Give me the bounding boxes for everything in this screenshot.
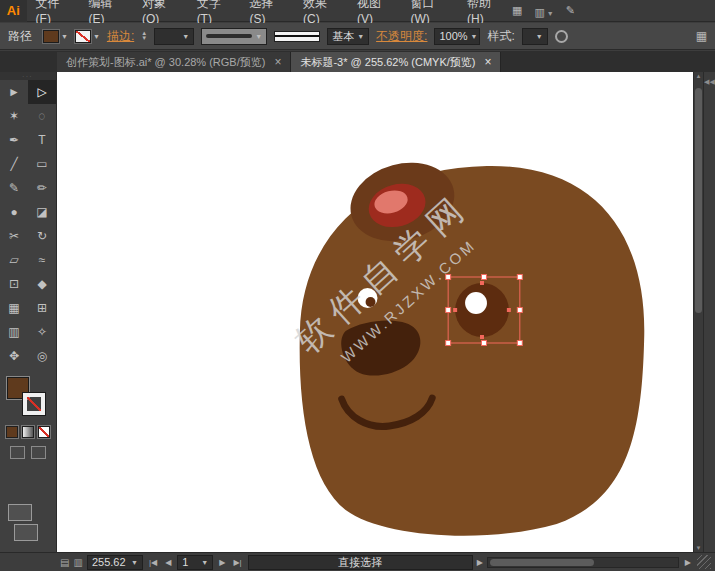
vertical-scrollbar[interactable]: ▲ ▼ (693, 72, 703, 552)
artboard[interactable] (57, 72, 693, 552)
mesh-tool[interactable]: ⊞ (28, 296, 56, 320)
stroke-panel-link[interactable]: 描边: (107, 28, 134, 45)
stroke-color-dropdown[interactable]: ▼ (75, 30, 100, 43)
selection-handle[interactable] (517, 275, 522, 280)
align-panel-icon[interactable]: ▦ (696, 29, 707, 43)
close-icon[interactable]: × (274, 55, 281, 69)
document-tab-2[interactable]: 未标题-3* @ 255.62% (CMYK/预览) × (291, 52, 501, 72)
scale-tool[interactable]: ▱ (0, 248, 28, 272)
opacity-panel-link[interactable]: 不透明度: (376, 28, 427, 45)
zoom-level-select[interactable]: 255.62 ▼ (87, 555, 143, 570)
stroke-color-swatch[interactable] (23, 393, 45, 415)
pen-tool[interactable]: ✒ (0, 128, 28, 152)
menu-item-edit[interactable]: 编辑(E) (79, 0, 132, 22)
close-icon[interactable]: × (484, 55, 491, 69)
tools-panel-grip[interactable]: ∙∙∙ (0, 72, 56, 80)
stroke-weight-stepper[interactable]: ▲ ▼ (141, 31, 147, 41)
pencil-tool[interactable]: ✏ (28, 176, 56, 200)
brush-definition-select[interactable]: 基本 ▼ (327, 28, 369, 45)
status-doc-icon[interactable]: ▥ (73, 557, 82, 568)
horizontal-scroll-thumb[interactable] (490, 559, 595, 566)
workspace-switcher[interactable]: ▥▼ (534, 2, 553, 20)
artboard-number-select[interactable]: 1 ▼ (177, 555, 213, 570)
selection-tool[interactable]: ► (0, 80, 28, 104)
status-bar: ▤ ▥ 255.62 ▼ |◀ ◀ 1 ▼ ▶ ▶| 直接选择 ▶ ▶ (0, 552, 715, 571)
menu-item-window[interactable]: 窗口(W) (402, 0, 458, 22)
eyedropper-tool[interactable]: ✧ (28, 320, 56, 344)
workspace-icon: ▥ (534, 6, 544, 18)
menu-item-object[interactable]: 对象(O) (133, 0, 188, 22)
status-menu-icon[interactable]: ▶ (477, 558, 483, 567)
expand-dock-icon[interactable]: ◀◀ (704, 78, 715, 86)
menu-item-help[interactable]: 帮助(H) (458, 0, 512, 22)
menu-item-file[interactable]: 文件(F) (27, 0, 80, 22)
status-grid-icon[interactable]: ▤ (60, 557, 69, 568)
screen-mode-button[interactable] (31, 446, 46, 459)
scroll-right-icon[interactable]: ▶ (683, 558, 693, 567)
next-artboard-button[interactable]: ▶ (217, 558, 227, 567)
selection-handle[interactable] (446, 275, 451, 280)
page-rect-icon[interactable] (14, 524, 38, 541)
selection-handle[interactable] (481, 275, 486, 280)
drawing-mode-button[interactable] (10, 446, 25, 459)
document-tab-1[interactable]: 创作策划-图标.ai* @ 30.28% (RGB/预览) × (57, 52, 291, 72)
selection-handle[interactable] (481, 341, 486, 346)
tools-grid: ► ▷ ✶ ◌ ✒ T ╱ ▭ ✎ ✏ ● ◪ ✂ ↻ ▱ ≈ ⊡ ◆ ▦ ⊞ … (0, 80, 56, 368)
style-select[interactable]: ▼ (522, 28, 548, 45)
menu-item-effect[interactable]: 效果(C) (294, 0, 348, 22)
app-grid-icon[interactable]: ▦ (512, 4, 522, 17)
menu-item-select[interactable]: 选择(S) (241, 0, 294, 22)
anchor-point[interactable] (453, 308, 457, 312)
vertical-scroll-thumb[interactable] (695, 88, 702, 313)
horizontal-scrollbar[interactable] (487, 557, 679, 568)
menu-item-type[interactable]: 文字(T) (188, 0, 241, 22)
cs-live-swoosh-icon[interactable]: ✎ (566, 4, 575, 17)
gradient-tool[interactable]: ▥ (0, 320, 28, 344)
color-button[interactable] (6, 426, 18, 438)
status-display: 直接选择 (248, 555, 473, 570)
perspective-grid-tool[interactable]: ▦ (0, 296, 28, 320)
selection-handle[interactable] (446, 341, 451, 346)
selection-handle[interactable] (446, 308, 451, 313)
gradient-button[interactable] (22, 426, 34, 438)
selection-handle[interactable] (517, 341, 522, 346)
first-artboard-button[interactable]: |◀ (147, 558, 159, 567)
rectangle-tool[interactable]: ▭ (28, 152, 56, 176)
chevron-down-icon: ▼ (536, 33, 543, 40)
magic-wand-tool[interactable]: ✶ (0, 104, 28, 128)
menu-item-view[interactable]: 视图(V) (348, 0, 401, 22)
canvas-area[interactable]: 软件自学网 WWW.RJZXW.COM (57, 72, 693, 552)
scroll-down-icon[interactable]: ▼ (694, 545, 703, 551)
direct-selection-tool[interactable]: ▷ (28, 80, 56, 104)
scissors-tool[interactable]: ✂ (0, 224, 28, 248)
paintbrush-tool[interactable]: ✎ (0, 176, 28, 200)
opacity-select[interactable]: 100% ▼ (434, 28, 480, 45)
menu-bar: Ai 文件(F) 编辑(E) 对象(O) 文字(T) 选择(S) 效果(C) 视… (0, 0, 715, 22)
anchor-point[interactable] (507, 308, 511, 312)
rotate-tool[interactable]: ↻ (28, 224, 56, 248)
resize-grip[interactable] (697, 555, 711, 569)
type-tool[interactable]: T (28, 128, 56, 152)
page-rect-icon[interactable] (8, 504, 32, 521)
fill-color-dropdown[interactable]: ▼ (43, 30, 68, 43)
selection-handle[interactable] (517, 308, 522, 313)
free-transform-tool[interactable]: ⊡ (0, 272, 28, 296)
stroke-weight-select[interactable]: ▼ (154, 28, 194, 45)
panel-dock-strip[interactable]: ◀◀ (703, 72, 715, 552)
recolor-artwork-icon[interactable] (555, 30, 568, 43)
blob-brush-tool[interactable]: ● (0, 200, 28, 224)
anchor-point[interactable] (480, 281, 484, 285)
zoom-tool[interactable]: ◎ (28, 344, 56, 368)
shape-builder-tool[interactable]: ◆ (28, 272, 56, 296)
previous-artboard-button[interactable]: ◀ (163, 558, 173, 567)
anchor-point[interactable] (480, 335, 484, 339)
last-artboard-button[interactable]: ▶| (231, 558, 243, 567)
line-segment-tool[interactable]: ╱ (0, 152, 28, 176)
scroll-up-icon[interactable]: ▲ (694, 73, 703, 79)
none-button[interactable] (38, 426, 50, 438)
width-tool[interactable]: ≈ (28, 248, 56, 272)
width-profile-select[interactable]: ▼ (201, 28, 267, 45)
hand-tool[interactable]: ✥ (0, 344, 28, 368)
lasso-tool[interactable]: ◌ (28, 104, 56, 128)
eraser-tool[interactable]: ◪ (28, 200, 56, 224)
